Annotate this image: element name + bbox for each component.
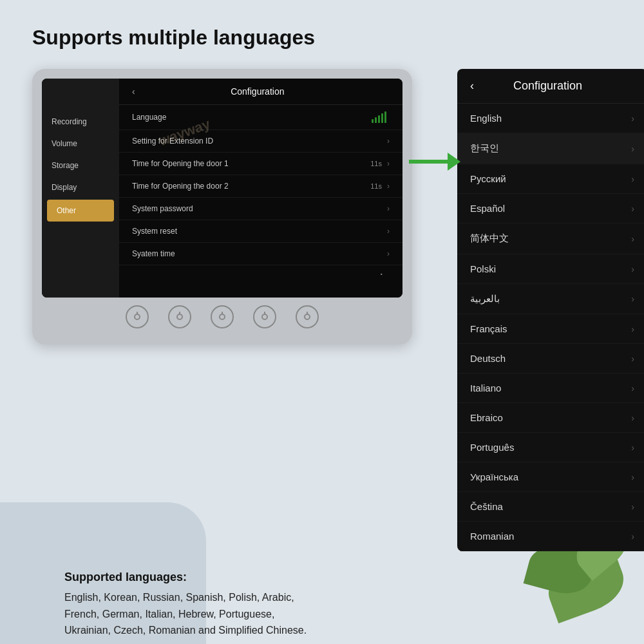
time-chevron: › bbox=[387, 249, 390, 258]
lang-chevron-5: › bbox=[631, 264, 634, 274]
lang-name-5: Polski bbox=[470, 263, 631, 274]
arrow-connector bbox=[409, 69, 460, 171]
screen-main: ‹ Configuration wayway Language bbox=[119, 79, 402, 298]
lang-name-6: بالعربية bbox=[470, 293, 631, 305]
lang-header: ‹ Configuration bbox=[457, 69, 644, 104]
lang-back-button[interactable]: ‹ bbox=[470, 79, 474, 93]
door2-label: Time for Opening the door 2 bbox=[132, 182, 370, 191]
lang-chevron-14: › bbox=[631, 531, 634, 542]
screen-config-title: Configuration bbox=[145, 86, 370, 97]
device-screen: Recording Volume Storage Display Other ‹… bbox=[42, 79, 402, 298]
bottom-text-section: Supported languages: English, Korean, Ru… bbox=[32, 571, 612, 639]
lang-chevron-2: › bbox=[631, 174, 634, 184]
language-label: Language bbox=[132, 113, 372, 122]
bar-1 bbox=[372, 119, 374, 123]
bar-2 bbox=[375, 117, 377, 123]
svg-point-8 bbox=[305, 314, 310, 319]
lang-chevron-13: › bbox=[631, 502, 634, 512]
btn-icon-4 bbox=[259, 311, 270, 323]
sidebar-item-other[interactable]: Other bbox=[47, 200, 114, 222]
bottom-btn-1[interactable] bbox=[126, 305, 149, 328]
config-item-extension[interactable]: Setting for Extension ID › bbox=[119, 130, 402, 153]
arrow-line bbox=[409, 160, 448, 164]
lang-name-13: Čeština bbox=[470, 501, 631, 512]
lang-chevron-3: › bbox=[631, 204, 634, 214]
lang-chevron-1: › bbox=[631, 144, 634, 154]
screen-sidebar: Recording Volume Storage Display Other bbox=[42, 79, 119, 298]
lang-chevron-0: › bbox=[631, 113, 634, 124]
btn-icon-1 bbox=[131, 311, 143, 323]
door2-value: 11s bbox=[370, 182, 382, 190]
password-chevron: › bbox=[387, 204, 390, 213]
lang-name-12: Українська bbox=[470, 471, 631, 482]
lang-name-10: Ebraico bbox=[470, 412, 631, 423]
config-list: Language bbox=[119, 105, 402, 265]
lang-name-14: Romanian bbox=[470, 531, 631, 542]
lang-item-12[interactable]: Українська› bbox=[457, 462, 644, 492]
supported-languages-text: English, Korean, Russian, Spanish, Polis… bbox=[64, 589, 425, 639]
sidebar-item-recording[interactable]: Recording bbox=[42, 111, 119, 133]
lang-item-4[interactable]: 简体中文› bbox=[457, 223, 644, 254]
arrow-head bbox=[448, 153, 460, 171]
main-content: Supports multiple languages Recording Vo… bbox=[0, 0, 644, 644]
lang-item-1[interactable]: 한국인› bbox=[457, 133, 644, 164]
lang-chevron-8: › bbox=[631, 354, 634, 364]
language-signal bbox=[372, 111, 390, 123]
lang-item-5[interactable]: Polski› bbox=[457, 254, 644, 284]
lang-chevron-6: › bbox=[631, 294, 634, 304]
door1-label: Time for Opening the door 1 bbox=[132, 159, 370, 168]
config-item-door1[interactable]: Time for Opening the door 1 11s › bbox=[119, 153, 402, 175]
screen-back-button[interactable]: ‹ bbox=[132, 86, 135, 97]
lang-item-0[interactable]: English› bbox=[457, 104, 644, 133]
svg-point-6 bbox=[262, 314, 267, 319]
svg-point-0 bbox=[135, 314, 140, 319]
lang-name-7: Français bbox=[470, 323, 631, 334]
lang-name-0: English bbox=[470, 113, 631, 124]
bottom-btn-2[interactable] bbox=[168, 305, 191, 328]
dot-indicator: · bbox=[119, 267, 402, 279]
lang-chevron-4: › bbox=[631, 234, 634, 244]
config-item-door2[interactable]: Time for Opening the door 2 11s › bbox=[119, 175, 402, 198]
time-label: Syatem time bbox=[132, 249, 387, 258]
lang-name-3: Español bbox=[470, 203, 631, 214]
sidebar-item-display[interactable]: Display bbox=[42, 176, 119, 198]
lang-item-10[interactable]: Ebraico› bbox=[457, 403, 644, 433]
btn-icon-2 bbox=[174, 311, 185, 323]
bottom-btn-4[interactable] bbox=[253, 305, 276, 328]
bottom-btn-3[interactable] bbox=[211, 305, 234, 328]
lang-item-14[interactable]: Romanian› bbox=[457, 522, 644, 551]
language-list: English›한국인›Русский›Español›简体中文›Polski›… bbox=[457, 104, 644, 551]
screen-header: ‹ Configuration bbox=[119, 79, 402, 105]
lang-name-1: 한국인 bbox=[470, 142, 631, 155]
sidebar-item-storage[interactable]: Storage bbox=[42, 155, 119, 176]
lang-item-9[interactable]: Italiano› bbox=[457, 374, 644, 403]
sidebar-item-volume[interactable]: Volume bbox=[42, 133, 119, 155]
password-label: System password bbox=[132, 204, 387, 213]
btn-icon-5 bbox=[301, 311, 313, 323]
lang-item-6[interactable]: بالعربية› bbox=[457, 284, 644, 314]
supported-languages-title: Supported languages: bbox=[64, 571, 580, 584]
config-item-language[interactable]: Language bbox=[119, 105, 402, 130]
lang-item-11[interactable]: Português› bbox=[457, 433, 644, 462]
lang-item-13[interactable]: Čeština› bbox=[457, 492, 644, 522]
reset-label: System reset bbox=[132, 227, 387, 236]
device-mockup: Recording Volume Storage Display Other ‹… bbox=[32, 69, 412, 345]
lang-item-3[interactable]: Español› bbox=[457, 194, 644, 223]
reset-chevron: › bbox=[387, 227, 390, 236]
config-item-reset[interactable]: System reset › bbox=[119, 220, 402, 243]
config-item-time[interactable]: Syatem time › bbox=[119, 243, 402, 265]
extension-chevron: › bbox=[387, 137, 390, 146]
device-bottom-buttons bbox=[42, 298, 402, 328]
lang-item-2[interactable]: Русский› bbox=[457, 164, 644, 194]
lang-chevron-10: › bbox=[631, 413, 634, 423]
lang-chevron-11: › bbox=[631, 442, 634, 453]
lang-item-7[interactable]: Français› bbox=[457, 314, 644, 344]
lang-name-8: Deutsch bbox=[470, 353, 631, 364]
lang-name-4: 简体中文 bbox=[470, 232, 631, 245]
door2-chevron: › bbox=[387, 182, 390, 191]
config-item-password[interactable]: System password › bbox=[119, 198, 402, 220]
page-title: Supports multiple languages bbox=[32, 26, 612, 50]
lang-item-8[interactable]: Deutsch› bbox=[457, 344, 644, 374]
bottom-btn-5[interactable] bbox=[296, 305, 319, 328]
lang-name-9: Italiano bbox=[470, 383, 631, 393]
